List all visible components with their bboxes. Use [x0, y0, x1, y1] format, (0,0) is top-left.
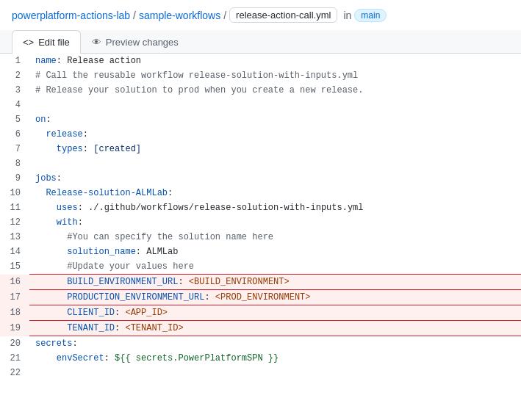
- line-number: 1: [0, 54, 29, 68]
- line-code: solution_name: ALMLab: [29, 245, 521, 259]
- edit-file-icon: <>: [23, 37, 34, 48]
- table-row: 7 types: [created]: [0, 142, 521, 156]
- table-row: 19 TENANT_ID: <TENANT_ID>: [0, 321, 521, 336]
- line-number: 20: [0, 336, 29, 352]
- line-code: on:: [29, 112, 521, 127]
- line-code: name: Release action: [29, 54, 521, 68]
- line-code: uses: ./.github/workflows/release-soluti…: [29, 200, 521, 215]
- tab-preview-changes[interactable]: 👁 Preview changes: [81, 30, 190, 54]
- table-row: 22: [0, 366, 521, 380]
- table-row: 1name: Release action: [0, 54, 521, 68]
- line-number: 19: [0, 321, 29, 336]
- line-code: #Update your values here: [29, 259, 521, 275]
- line-number: 7: [0, 142, 29, 156]
- line-code: # Call the reusable workflow release-sol…: [29, 68, 521, 83]
- table-row: 5on:: [0, 112, 521, 127]
- table-row: 2# Call the reusable workflow release-so…: [0, 68, 521, 83]
- table-row: 14 solution_name: ALMLab: [0, 245, 521, 259]
- line-code: types: [created]: [29, 142, 521, 156]
- breadcrumb-sep1: /: [133, 10, 136, 21]
- line-code: [29, 366, 521, 380]
- line-number: 21: [0, 351, 29, 366]
- table-row: 21 envSecret: ${{ secrets.PowerPlatformS…: [0, 351, 521, 366]
- breadcrumb-branch[interactable]: main: [354, 9, 387, 22]
- line-code: BUILD_ENVIRONMENT_URL: <BUILD_ENVIRONMEN…: [29, 275, 521, 290]
- table-row: 16 BUILD_ENVIRONMENT_URL: <BUILD_ENVIRON…: [0, 275, 521, 290]
- line-number: 4: [0, 98, 29, 112]
- line-number: 2: [0, 68, 29, 83]
- line-number: 5: [0, 112, 29, 127]
- line-number: 12: [0, 215, 29, 230]
- line-number: 6: [0, 127, 29, 142]
- line-code: Release-solution-ALMLab:: [29, 186, 521, 200]
- table-row: 4: [0, 98, 521, 112]
- line-number: 11: [0, 200, 29, 215]
- line-number: 8: [0, 156, 29, 171]
- breadcrumb: powerplatform-actions-lab / sample-workf…: [0, 0, 521, 30]
- line-number: 14: [0, 245, 29, 259]
- line-number: 13: [0, 230, 29, 245]
- breadcrumb-in-label: in: [343, 10, 351, 21]
- tab-edit-file[interactable]: <> Edit file: [12, 30, 81, 54]
- line-number: 15: [0, 259, 29, 275]
- table-row: 11 uses: ./.github/workflows/release-sol…: [0, 200, 521, 215]
- table-row: 13 #You can specify the solution name he…: [0, 230, 521, 245]
- code-table: 1name: Release action2# Call the reusabl…: [0, 54, 521, 380]
- line-code: TENANT_ID: <TENANT_ID>: [29, 321, 521, 336]
- breadcrumb-file: release-action-call.yml: [229, 7, 337, 23]
- line-number: 18: [0, 305, 29, 321]
- tab-bar: <> Edit file 👁 Preview changes: [0, 30, 521, 54]
- breadcrumb-repo[interactable]: sample-workflows: [139, 10, 220, 21]
- breadcrumb-org[interactable]: powerplatform-actions-lab: [12, 10, 130, 21]
- line-number: 9: [0, 171, 29, 186]
- line-code: [29, 156, 521, 171]
- table-row: 6 release:: [0, 127, 521, 142]
- line-number: 22: [0, 366, 29, 380]
- table-row: 8: [0, 156, 521, 171]
- line-code: PRODUCTION_ENVIRONMENT_URL: <PROD_ENVIRO…: [29, 290, 521, 305]
- line-code: with:: [29, 215, 521, 230]
- line-number: 10: [0, 186, 29, 200]
- preview-icon: 👁: [92, 37, 101, 48]
- table-row: 17 PRODUCTION_ENVIRONMENT_URL: <PROD_ENV…: [0, 290, 521, 305]
- tab-preview-changes-label: Preview changes: [106, 37, 179, 48]
- line-code: release:: [29, 127, 521, 142]
- code-editor: 1name: Release action2# Call the reusabl…: [0, 54, 521, 380]
- line-code: [29, 98, 521, 112]
- breadcrumb-sep2: /: [223, 10, 226, 21]
- line-code: # Release your solution to prod when you…: [29, 83, 521, 98]
- table-row: 9jobs:: [0, 171, 521, 186]
- line-code: secrets:: [29, 336, 521, 352]
- line-code: #You can specify the solution name here: [29, 230, 521, 245]
- line-code: jobs:: [29, 171, 521, 186]
- table-row: 10 Release-solution-ALMLab:: [0, 186, 521, 200]
- tab-edit-file-label: Edit file: [38, 37, 70, 48]
- line-code: envSecret: ${{ secrets.PowerPlatformSPN …: [29, 351, 521, 366]
- table-row: 3# Release your solution to prod when yo…: [0, 83, 521, 98]
- line-number: 16: [0, 275, 29, 290]
- table-row: 12 with:: [0, 215, 521, 230]
- table-row: 18 CLIENT_ID: <APP_ID>: [0, 305, 521, 321]
- line-number: 3: [0, 83, 29, 98]
- table-row: 20secrets:: [0, 336, 521, 352]
- line-code: CLIENT_ID: <APP_ID>: [29, 305, 521, 321]
- line-number: 17: [0, 290, 29, 305]
- table-row: 15 #Update your values here: [0, 259, 521, 275]
